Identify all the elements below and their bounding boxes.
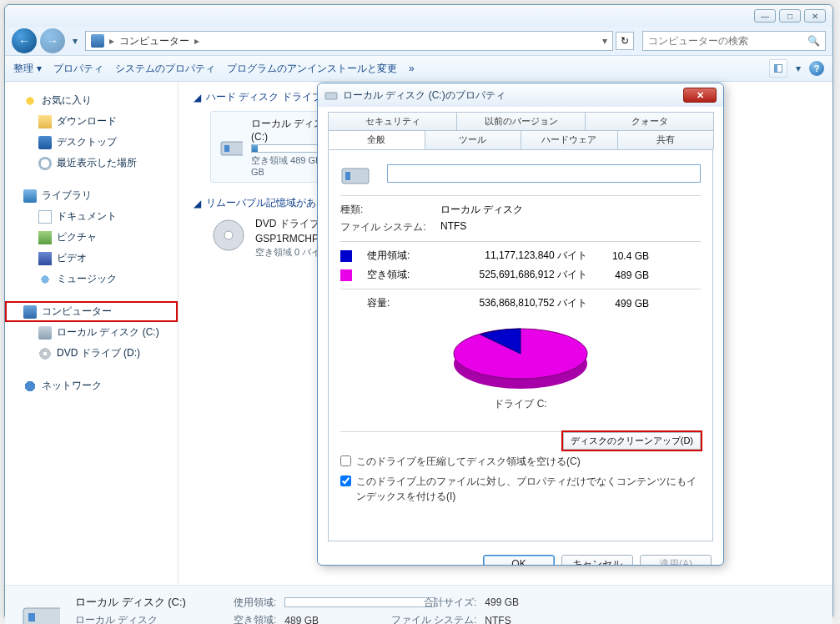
- tree-label: ダウンロード: [57, 114, 117, 128]
- status-free-val: 489 GB: [284, 615, 360, 625]
- dialog-close-button[interactable]: ✕: [683, 88, 717, 103]
- hdd-icon: [324, 88, 338, 102]
- chevron-down-icon: ◢: [194, 92, 201, 103]
- tab-strip: セキュリティ 以前のバージョン クォータ 全般 ツール ハードウェア 共有: [318, 107, 723, 149]
- capacity-gb: 499 GB: [599, 298, 649, 309]
- tree-recent[interactable]: 最近表示した場所: [5, 153, 178, 174]
- disk-cleanup-button[interactable]: ディスクのクリーンアップ(D): [563, 432, 701, 450]
- tree-libraries[interactable]: ライブラリ: [5, 185, 178, 206]
- drive-icon: [340, 160, 370, 187]
- breadcrumb-sep: ▸: [109, 35, 114, 47]
- computer-icon: [23, 305, 37, 319]
- back-button[interactable]: ←: [12, 28, 37, 53]
- dvd-icon: [210, 217, 247, 254]
- tab-sharing[interactable]: 共有: [617, 130, 715, 149]
- recent-icon: [38, 157, 52, 170]
- command-bar: 整理 ▾ プロパティ システムのプロパティ プログラムのアンインストールと変更 …: [5, 55, 832, 82]
- nav-bar: ← → ▾ ▸ コンピューター ▸ ▾ ↻ 🔍: [5, 27, 832, 55]
- used-bytes: 11,177,123,840 バイト: [454, 249, 587, 263]
- address-bar[interactable]: ▸ コンピューター ▸ ▾: [85, 31, 613, 51]
- view-dropdown[interactable]: ▾: [796, 63, 801, 74]
- ok-button[interactable]: OK: [483, 555, 555, 566]
- close-button[interactable]: ✕: [804, 9, 826, 23]
- tab-quota[interactable]: クォータ: [585, 112, 714, 130]
- tree-dvd[interactable]: DVD ドライブ (D:): [5, 343, 178, 364]
- tree-documents[interactable]: ドキュメント: [5, 206, 178, 227]
- view-button[interactable]: [769, 59, 787, 78]
- usage-grid: 使用領域: 11,177,123,840 バイト 10.4 GB 空き領域: 5…: [340, 249, 701, 282]
- history-dropdown[interactable]: ▾: [68, 34, 82, 48]
- view-icon: [774, 64, 782, 73]
- dialog-titlebar: ローカル ディスク (C:)のプロパティ ✕: [318, 83, 723, 107]
- volume-name-input[interactable]: [387, 164, 701, 183]
- minimize-button[interactable]: —: [754, 9, 776, 23]
- tab-general[interactable]: 全般: [328, 130, 425, 149]
- tree-network[interactable]: ネットワーク: [5, 375, 178, 396]
- tab-tools[interactable]: ツール: [425, 130, 522, 149]
- desktop-icon: [38, 136, 52, 149]
- nav-pane: お気に入り ダウンロード デスクトップ 最近表示した場所 ライブラリ ドキュメン…: [5, 82, 179, 585]
- cancel-button[interactable]: キャンセル: [561, 555, 633, 566]
- compress-checkbox-label[interactable]: このドライブを圧縮してディスク領域を空ける(C): [340, 454, 701, 469]
- tree-label: ネットワーク: [42, 379, 102, 393]
- tree-label: お気に入り: [42, 93, 92, 108]
- breadcrumb-item[interactable]: コンピューター: [119, 34, 189, 48]
- chevron-down-icon: ▾: [37, 63, 42, 74]
- tab-previous-versions[interactable]: 以前のバージョン: [456, 112, 586, 130]
- free-bytes: 525,691,686,912 バイト: [454, 268, 587, 282]
- tab-security[interactable]: セキュリティ: [328, 112, 457, 130]
- tree-computer[interactable]: コンピューター: [5, 301, 178, 322]
- tree-favorites[interactable]: お気に入り: [5, 90, 178, 111]
- toolbar-right: ▾ ?: [769, 59, 824, 78]
- tree-label: ミュージック: [57, 272, 117, 286]
- capacity-label: 容量:: [367, 296, 442, 310]
- document-icon: [38, 210, 52, 224]
- tree-local-c[interactable]: ローカル ディスク (C:): [5, 322, 178, 343]
- help-button[interactable]: ?: [809, 61, 824, 76]
- index-checkbox-label[interactable]: このドライブ上のファイルに対し、プロパティだけでなくコンテンツにもインデックスを…: [340, 474, 701, 504]
- tree-videos[interactable]: ビデオ: [5, 248, 178, 269]
- status-free-label: 空き領域:: [234, 613, 276, 624]
- network-icon: [23, 380, 37, 393]
- apply-button[interactable]: 適用(A): [640, 555, 712, 566]
- tree-downloads[interactable]: ダウンロード: [5, 111, 178, 132]
- status-total-label: 合計サイズ:: [368, 596, 476, 610]
- fs-label: ファイル システム:: [340, 220, 432, 234]
- compress-text: このドライブを圧縮してディスク領域を空ける(C): [356, 454, 581, 469]
- dvd-icon: [38, 347, 52, 360]
- tree-label: ピクチャ: [57, 230, 97, 244]
- svg-rect-6: [325, 93, 337, 99]
- tree-label: DVD ドライブ (D:): [57, 346, 140, 360]
- free-label: 空き領域:: [367, 268, 442, 282]
- refresh-button[interactable]: ↻: [616, 32, 634, 50]
- address-dropdown[interactable]: ▾: [602, 35, 607, 47]
- more-items[interactable]: »: [409, 63, 415, 74]
- tab-hardware[interactable]: ハードウェア: [521, 130, 618, 149]
- svg-rect-5: [28, 613, 35, 621]
- search-box[interactable]: 🔍: [642, 31, 826, 51]
- tree-music[interactable]: ミュージック: [5, 269, 178, 289]
- index-checkbox[interactable]: [340, 476, 351, 486]
- fs-value: NTFS: [440, 220, 466, 234]
- tree-label: ライブラリ: [42, 189, 92, 203]
- properties-item[interactable]: プロパティ: [53, 62, 103, 76]
- svg-point-3: [224, 231, 233, 239]
- uninstall-item[interactable]: プログラムのアンインストールと変更: [227, 62, 397, 76]
- tree-pictures[interactable]: ピクチャ: [5, 227, 178, 248]
- system-properties-item[interactable]: システムのプロパティ: [115, 62, 215, 76]
- forward-button[interactable]: →: [40, 28, 65, 53]
- organize-menu[interactable]: 整理 ▾: [13, 62, 42, 76]
- download-icon: [38, 115, 52, 128]
- compress-checkbox[interactable]: [340, 455, 351, 466]
- used-label: 使用領域:: [367, 249, 442, 263]
- maximize-button[interactable]: □: [779, 9, 801, 23]
- drive-c-label: ドライブ C:: [340, 397, 701, 411]
- library-icon: [23, 189, 37, 203]
- tree-desktop[interactable]: デスクトップ: [5, 132, 178, 153]
- search-icon: 🔍: [807, 35, 820, 47]
- dialog-title: ローカル ディスク (C:)のプロパティ: [343, 88, 678, 103]
- tree-label: ローカル ディスク (C:): [57, 325, 159, 340]
- search-input[interactable]: [648, 35, 807, 47]
- details-pane: ローカル ディスク (C:) 使用領域: 合計サイズ: 499 GB ローカル …: [5, 585, 832, 624]
- video-icon: [38, 252, 52, 265]
